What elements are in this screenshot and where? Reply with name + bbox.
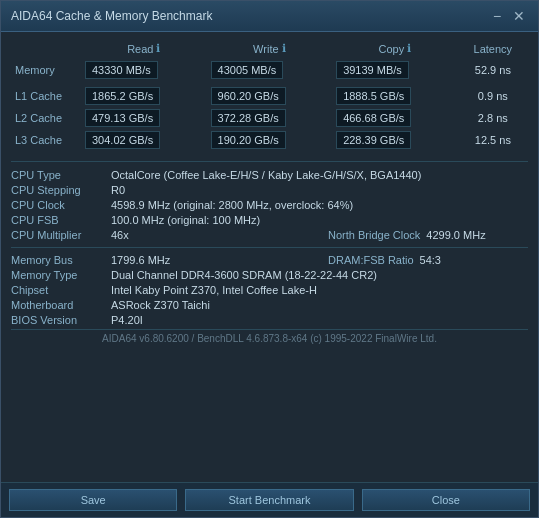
motherboard-row: Motherboard ASRock Z370 Taichi bbox=[11, 298, 528, 312]
cpu-stepping-value: R0 bbox=[111, 184, 528, 196]
bios-row: BIOS Version P4.20I bbox=[11, 313, 528, 327]
status-bar: AIDA64 v6.80.6200 / BenchDLL 4.6.873.8-x… bbox=[11, 329, 528, 346]
col-header-latency: Latency bbox=[458, 40, 528, 59]
cpu-fsb-value: 100.0 MHz (original: 100 MHz) bbox=[111, 214, 528, 226]
row-copy: 466.68 GB/s bbox=[332, 107, 458, 129]
info-section: CPU Type OctalCore (Coffee Lake-E/H/S / … bbox=[11, 168, 528, 327]
col-header-write: Write ℹ bbox=[207, 40, 333, 59]
cpu-stepping-label: CPU Stepping bbox=[11, 184, 111, 196]
row-copy: 1888.5 GB/s bbox=[332, 85, 458, 107]
table-row: L3 Cache 304.02 GB/s 190.20 GB/s 228.39 … bbox=[11, 129, 528, 151]
read-info-icon[interactable]: ℹ bbox=[156, 42, 160, 55]
memory-type-label: Memory Type bbox=[11, 269, 111, 281]
table-row: L1 Cache 1865.2 GB/s 960.20 GB/s 1888.5 … bbox=[11, 85, 528, 107]
row-read: 43330 MB/s bbox=[81, 59, 207, 81]
memory-bus-label: Memory Bus bbox=[11, 254, 111, 266]
row-read: 304.02 GB/s bbox=[81, 129, 207, 151]
col-header-read: Read ℹ bbox=[81, 40, 207, 59]
row-write: 372.28 GB/s bbox=[207, 107, 333, 129]
dram-fsb-label: DRAM:FSB Ratio bbox=[328, 254, 414, 266]
title-bar: AIDA64 Cache & Memory Benchmark − ✕ bbox=[1, 1, 538, 32]
divider-2 bbox=[11, 247, 528, 248]
copy-info-icon[interactable]: ℹ bbox=[407, 42, 411, 55]
close-button-footer[interactable]: Close bbox=[362, 489, 530, 511]
main-window: AIDA64 Cache & Memory Benchmark − ✕ Read… bbox=[0, 0, 539, 518]
cpu-multiplier-row: CPU Multiplier 46x North Bridge Clock 42… bbox=[11, 228, 528, 242]
nb-clock-label: North Bridge Clock bbox=[328, 229, 420, 241]
col-header-label bbox=[11, 40, 81, 59]
row-label: L3 Cache bbox=[11, 129, 81, 151]
chipset-value: Intel Kaby Point Z370, Intel Coffee Lake… bbox=[111, 284, 528, 296]
table-row: L2 Cache 479.13 GB/s 372.28 GB/s 466.68 … bbox=[11, 107, 528, 129]
cpu-clock-label: CPU Clock bbox=[11, 199, 111, 211]
row-latency: 2.8 ns bbox=[458, 107, 528, 129]
minimize-button[interactable]: − bbox=[488, 7, 506, 25]
row-write: 43005 MB/s bbox=[207, 59, 333, 81]
row-copy: 228.39 GB/s bbox=[332, 129, 458, 151]
divider-1 bbox=[11, 161, 528, 162]
window-controls: − ✕ bbox=[488, 7, 528, 25]
row-read: 1865.2 GB/s bbox=[81, 85, 207, 107]
cpu-clock-value: 4598.9 MHz (original: 2800 MHz, overcloc… bbox=[111, 199, 528, 211]
table-row: Memory 43330 MB/s 43005 MB/s 39139 MB/s … bbox=[11, 59, 528, 81]
row-latency: 0.9 ns bbox=[458, 85, 528, 107]
window-title: AIDA64 Cache & Memory Benchmark bbox=[11, 9, 212, 23]
start-benchmark-button[interactable]: Start Benchmark bbox=[185, 489, 353, 511]
row-latency: 12.5 ns bbox=[458, 129, 528, 151]
memory-type-row: Memory Type Dual Channel DDR4-3600 SDRAM… bbox=[11, 268, 528, 282]
cpu-multiplier-label: CPU Multiplier bbox=[11, 229, 111, 241]
cpu-clock-row: CPU Clock 4598.9 MHz (original: 2800 MHz… bbox=[11, 198, 528, 212]
row-label: L2 Cache bbox=[11, 107, 81, 129]
motherboard-value: ASRock Z370 Taichi bbox=[111, 299, 528, 311]
col-header-copy: Copy ℹ bbox=[332, 40, 458, 59]
row-latency: 52.9 ns bbox=[458, 59, 528, 81]
row-write: 960.20 GB/s bbox=[207, 85, 333, 107]
row-label: L1 Cache bbox=[11, 85, 81, 107]
dram-fsb-value: 54:3 bbox=[420, 254, 441, 266]
bios-value: P4.20I bbox=[111, 314, 528, 326]
row-label: Memory bbox=[11, 59, 81, 81]
cpu-fsb-row: CPU FSB 100.0 MHz (original: 100 MHz) bbox=[11, 213, 528, 227]
memory-bus-value: 1799.6 MHz bbox=[111, 254, 328, 266]
cpu-fsb-label: CPU FSB bbox=[11, 214, 111, 226]
write-info-icon[interactable]: ℹ bbox=[282, 42, 286, 55]
row-read: 479.13 GB/s bbox=[81, 107, 207, 129]
chipset-label: Chipset bbox=[11, 284, 111, 296]
cpu-type-value: OctalCore (Coffee Lake-E/H/S / Kaby Lake… bbox=[111, 169, 528, 181]
row-copy: 39139 MB/s bbox=[332, 59, 458, 81]
footer: Save Start Benchmark Close bbox=[1, 482, 538, 517]
benchmark-table: Read ℹ Write ℹ Copy ℹ bbox=[11, 40, 528, 151]
cpu-type-row: CPU Type OctalCore (Coffee Lake-E/H/S / … bbox=[11, 168, 528, 182]
cpu-type-label: CPU Type bbox=[11, 169, 111, 181]
bios-label: BIOS Version bbox=[11, 314, 111, 326]
nb-clock-value: 4299.0 MHz bbox=[426, 229, 485, 241]
close-button[interactable]: ✕ bbox=[510, 7, 528, 25]
row-write: 190.20 GB/s bbox=[207, 129, 333, 151]
cpu-multiplier-value: 46x bbox=[111, 229, 328, 241]
motherboard-label: Motherboard bbox=[11, 299, 111, 311]
cpu-stepping-row: CPU Stepping R0 bbox=[11, 183, 528, 197]
memory-type-value: Dual Channel DDR4-3600 SDRAM (18-22-22-4… bbox=[111, 269, 528, 281]
memory-bus-row: Memory Bus 1799.6 MHz DRAM:FSB Ratio 54:… bbox=[11, 253, 528, 267]
chipset-row: Chipset Intel Kaby Point Z370, Intel Cof… bbox=[11, 283, 528, 297]
main-content: Read ℹ Write ℹ Copy ℹ bbox=[1, 32, 538, 482]
save-button[interactable]: Save bbox=[9, 489, 177, 511]
